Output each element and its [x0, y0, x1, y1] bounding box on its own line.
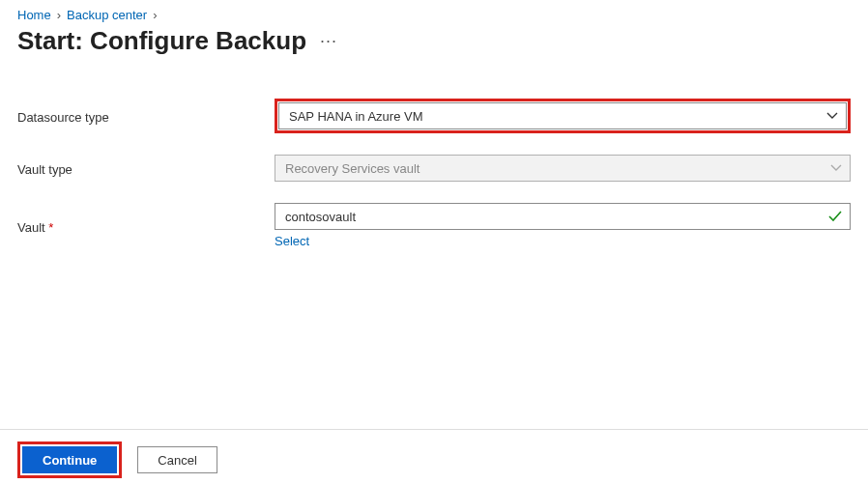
- breadcrumb-backup-center[interactable]: Backup center: [67, 8, 147, 22]
- page-title: Start: Configure Backup: [17, 26, 306, 56]
- vault-select-link[interactable]: Select: [275, 234, 309, 248]
- chevron-down-icon: [830, 164, 842, 172]
- vault-value: contosovault: [285, 210, 356, 224]
- highlight-datasource-type: SAP HANA in Azure VM: [275, 99, 851, 133]
- chevron-right-icon: ›: [57, 8, 61, 22]
- footer: Continue Cancel: [0, 429, 868, 484]
- continue-button[interactable]: Continue: [22, 446, 117, 473]
- form-row-vault-type: Vault type Recovery Services vault: [17, 155, 851, 182]
- form-row-datasource-type: Datasource type SAP HANA in Azure VM: [17, 99, 851, 133]
- cancel-button[interactable]: Cancel: [137, 446, 217, 473]
- datasource-type-value: SAP HANA in Azure VM: [289, 109, 423, 124]
- breadcrumb: Home › Backup center ›: [17, 8, 851, 22]
- check-icon: [828, 211, 842, 222]
- datasource-type-label: Datasource type: [17, 108, 275, 125]
- vault-input[interactable]: contosovault: [275, 203, 851, 230]
- vault-type-label: Vault type: [17, 160, 275, 177]
- page-title-row: Start: Configure Backup ···: [17, 26, 851, 56]
- chevron-right-icon: ›: [153, 8, 157, 22]
- highlight-continue: Continue: [17, 441, 122, 478]
- datasource-type-select[interactable]: SAP HANA in Azure VM: [278, 102, 847, 129]
- breadcrumb-home[interactable]: Home: [17, 8, 51, 22]
- chevron-down-icon: [826, 112, 838, 120]
- more-actions-button[interactable]: ···: [320, 31, 337, 51]
- form-row-vault: Vault * contosovault Select: [17, 203, 851, 249]
- vault-type-select: Recovery Services vault: [275, 155, 851, 182]
- vault-type-value: Recovery Services vault: [285, 161, 420, 176]
- vault-label: Vault *: [17, 218, 275, 235]
